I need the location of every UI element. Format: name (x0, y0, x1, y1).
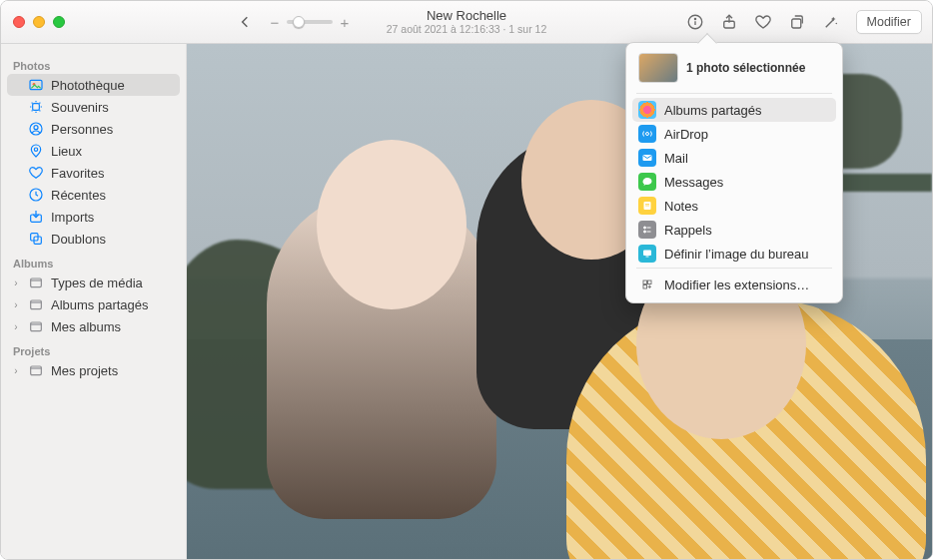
svg-rect-29 (643, 251, 651, 257)
airdrop-icon (638, 125, 656, 143)
sidebar-item-places[interactable]: Lieux (7, 140, 180, 162)
sidebar-item-label: Mes albums (51, 319, 121, 334)
enhance-button[interactable] (816, 9, 846, 35)
sidebar-item-label: Lieux (51, 144, 82, 159)
edit-button-label: Modifier (867, 15, 911, 29)
sidebar-item-label: Types de média (51, 276, 143, 290)
svg-point-20 (646, 133, 649, 136)
chevron-right-icon: › (11, 365, 21, 376)
share-option-label: Modifier les extensions… (664, 278, 809, 292)
window-controls (13, 16, 65, 28)
sidebar-item-label: Souvenirs (51, 100, 109, 115)
share-option-shared-albums[interactable]: Albums partagés (632, 98, 836, 122)
reminders-icon (638, 221, 656, 239)
rotate-button[interactable] (782, 9, 812, 35)
svg-rect-4 (791, 19, 800, 28)
sidebar-item-my-albums[interactable]: › Mes albums (7, 315, 180, 337)
share-option-label: Définir l’image du bureau (664, 247, 809, 262)
share-option-label: Mail (664, 151, 688, 166)
sidebar-item-label: Favorites (51, 166, 104, 181)
zoom-slider-thumb[interactable] (293, 16, 305, 28)
folder-icon (28, 275, 44, 290)
messages-icon (638, 173, 656, 191)
favorite-button[interactable] (748, 9, 778, 35)
folder-icon (28, 318, 44, 334)
sidebar-item-duplicates[interactable]: Doublons (7, 228, 180, 250)
svg-point-2 (694, 18, 695, 19)
share-option-mail[interactable]: Mail (632, 146, 836, 170)
shared-albums-icon (638, 101, 656, 119)
share-option-messages[interactable]: Messages (632, 170, 836, 194)
svg-rect-8 (33, 104, 40, 111)
share-option-edit-extensions[interactable]: Modifier les extensions… (632, 273, 836, 296)
share-option-airdrop[interactable]: AirDrop (632, 122, 836, 146)
svg-rect-17 (31, 300, 42, 309)
zoom-slider[interactable] (287, 20, 333, 24)
folder-icon (28, 296, 44, 312)
sidebar-item-memories[interactable]: Souvenirs (7, 96, 180, 118)
sidebar-item-media-types[interactable]: › Types de média (7, 272, 180, 293)
window-minimize-button[interactable] (33, 16, 45, 28)
svg-rect-18 (31, 322, 42, 331)
sidebar-item-label: Doublons (51, 232, 106, 247)
title-center: New Rochelle 27 août 2021 à 12:16:33 · 1… (387, 9, 547, 36)
svg-point-5 (835, 23, 837, 25)
sidebar: Photos Photothèque Souvenirs Personnes L… (1, 44, 187, 559)
svg-point-27 (644, 231, 646, 233)
app-window: − + New Rochelle 27 août 2021 à 12:16:33… (0, 0, 933, 560)
sidebar-item-label: Albums partagés (51, 297, 149, 312)
share-selection-label: 1 photo sélectionnée (686, 61, 805, 75)
share-popover: 1 photo sélectionnée Albums partagés Air… (625, 42, 843, 303)
people-icon (28, 121, 44, 137)
chevron-right-icon: › (11, 321, 21, 332)
notes-icon (638, 197, 656, 215)
import-icon (28, 209, 44, 225)
share-option-label: AirDrop (664, 127, 708, 142)
share-thumbnail (638, 53, 678, 83)
sidebar-item-favorites[interactable]: Favorites (7, 162, 180, 184)
sidebar-item-my-projects[interactable]: › Mes projets (7, 359, 180, 381)
sidebar-item-shared-albums[interactable]: › Albums partagés (7, 293, 180, 315)
chevron-right-icon: › (11, 278, 21, 288)
share-option-set-desktop[interactable]: Définir l’image du bureau (632, 242, 836, 266)
separator (636, 268, 832, 269)
sidebar-section-projects: Projets (7, 337, 180, 359)
zoom-in-icon[interactable]: + (339, 14, 351, 31)
duplicates-icon (28, 231, 44, 247)
svg-rect-33 (643, 285, 647, 289)
share-button[interactable] (714, 9, 744, 35)
sidebar-item-library[interactable]: Photothèque (7, 74, 180, 96)
sidebar-section-photos: Photos (7, 52, 180, 74)
share-option-reminders[interactable]: Rappels (632, 218, 836, 242)
share-option-notes[interactable]: Notes (632, 194, 836, 218)
edit-button[interactable]: Modifier (856, 10, 922, 34)
share-popover-header: 1 photo sélectionnée (632, 51, 836, 91)
library-icon (28, 77, 44, 93)
svg-rect-32 (648, 280, 652, 284)
back-button[interactable] (235, 11, 257, 33)
svg-rect-30 (646, 257, 649, 258)
sidebar-item-label: Photothèque (51, 78, 125, 93)
desktop-icon (638, 245, 656, 263)
share-option-label: Messages (664, 175, 723, 190)
sidebar-item-recents[interactable]: Récentes (7, 184, 180, 206)
zoom-control[interactable]: − + (269, 14, 351, 31)
share-option-label: Rappels (664, 223, 712, 238)
sidebar-item-label: Mes projets (51, 363, 118, 378)
window-close-button[interactable] (13, 16, 25, 28)
sidebar-item-label: Personnes (51, 122, 113, 137)
svg-point-10 (34, 126, 38, 130)
places-icon (28, 143, 44, 159)
mail-icon (638, 149, 656, 167)
titlebar: − + New Rochelle 27 août 2021 à 12:16:33… (1, 1, 932, 44)
svg-rect-19 (31, 366, 42, 375)
share-option-label: Notes (664, 199, 698, 214)
sidebar-item-people[interactable]: Personnes (7, 118, 180, 140)
zoom-out-icon[interactable]: − (269, 14, 281, 31)
share-option-label: Albums partagés (664, 103, 762, 118)
toolbar-right: Modifier (680, 9, 922, 35)
window-zoom-button[interactable] (53, 16, 65, 28)
chevron-right-icon: › (11, 299, 21, 310)
info-button[interactable] (680, 9, 710, 35)
sidebar-item-imports[interactable]: Imports (7, 206, 180, 228)
